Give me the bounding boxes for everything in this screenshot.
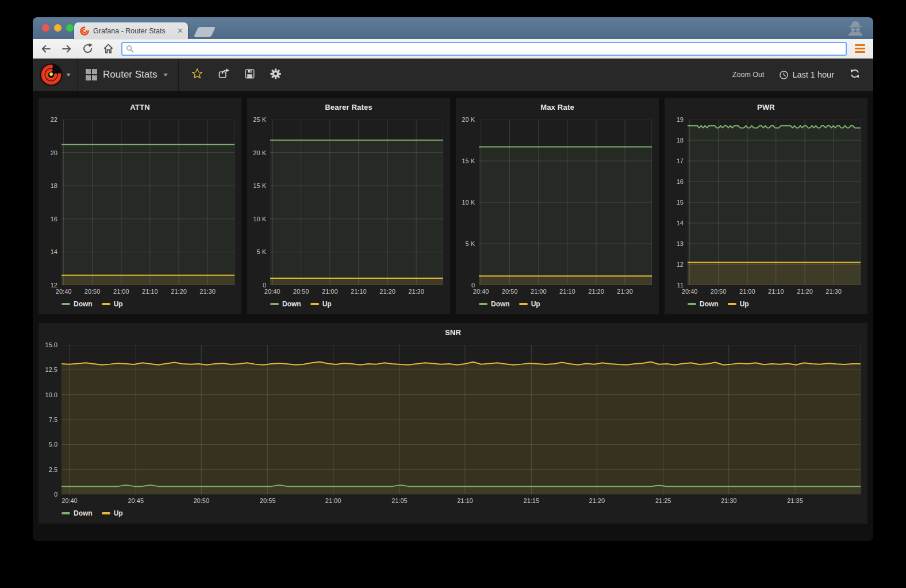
legend-label: Up xyxy=(114,509,123,517)
x-axis: 20:4020:5021:0021:1021:2021:30 xyxy=(270,285,443,297)
x-tick-label: 20:45 xyxy=(128,497,144,504)
x-tick-label: 21:20 xyxy=(379,288,396,295)
settings-button[interactable] xyxy=(269,67,282,83)
chevron-down-icon xyxy=(163,74,168,76)
x-tick-label: 20:55 xyxy=(260,497,276,504)
y-tick-label: 16 xyxy=(51,216,62,222)
plot-area[interactable] xyxy=(688,120,861,285)
y-tick-label: 25 K xyxy=(253,116,270,123)
panel-row-top: ATTN22201816141220:4020:5021:0021:1021:2… xyxy=(39,98,867,314)
plot-area[interactable] xyxy=(62,345,861,494)
grafana-logo-menu[interactable] xyxy=(33,59,78,91)
legend-label: Up xyxy=(531,300,540,308)
legend-item-up[interactable]: Up xyxy=(728,300,749,308)
x-tick-label: 21:10 xyxy=(351,288,367,295)
chart-area: 25 K20 K15 K10 K5 K020:4020:5021:0021:10… xyxy=(270,120,443,285)
panel-title[interactable]: SNR xyxy=(39,323,867,337)
plot-area[interactable] xyxy=(479,120,652,285)
x-tick-label: 20:50 xyxy=(193,497,209,504)
x-tick-label: 21:30 xyxy=(408,288,424,295)
x-tick-label: 21:20 xyxy=(589,497,605,504)
x-tick-label: 20:40 xyxy=(682,288,698,295)
dashboard-picker[interactable]: Router Stats xyxy=(78,59,179,91)
panel-snr: SNR15.012.510.07.55.02.5020:4020:4520:50… xyxy=(39,323,867,524)
address-bar[interactable] xyxy=(121,42,847,56)
plot-area[interactable] xyxy=(62,120,235,285)
panel-bearer-rates: Bearer Rates25 K20 K15 K10 K5 K020:4020:… xyxy=(247,98,450,314)
panel-row-bottom: SNR15.012.510.07.55.02.5020:4020:4520:50… xyxy=(39,323,867,524)
save-button[interactable] xyxy=(243,67,256,83)
legend-item-up[interactable]: Up xyxy=(102,509,123,517)
zoom-out-button[interactable]: Zoom Out xyxy=(732,71,765,79)
star-button[interactable] xyxy=(190,67,204,83)
panel-title[interactable]: ATTN xyxy=(39,98,241,112)
panel-title[interactable]: Max Rate xyxy=(456,98,659,112)
refresh-button[interactable] xyxy=(849,68,861,82)
tab-title: Grafana - Router Stats xyxy=(93,27,173,35)
y-tick-label: 22 xyxy=(51,116,62,123)
legend-item-down[interactable]: Down xyxy=(270,300,301,308)
menu-icon[interactable] xyxy=(853,42,867,55)
forward-button[interactable] xyxy=(59,41,74,56)
address-bar-input[interactable] xyxy=(137,44,842,53)
legend-color-swatch xyxy=(479,303,487,305)
legend-item-up[interactable]: Up xyxy=(519,300,540,308)
legend-item-down[interactable]: Down xyxy=(688,300,719,308)
new-tab-button[interactable] xyxy=(194,27,216,37)
panel-title[interactable]: Bearer Rates xyxy=(247,98,450,112)
x-tick-label: 21:10 xyxy=(559,288,575,295)
dashboard-title: Router Stats xyxy=(103,69,158,80)
panel-title[interactable]: PWR xyxy=(665,98,867,112)
x-axis: 20:4020:5021:0021:1021:2021:30 xyxy=(688,285,861,297)
x-tick-label: 20:50 xyxy=(711,288,727,295)
x-tick-label: 21:25 xyxy=(655,497,671,504)
minimize-window-button[interactable] xyxy=(54,24,62,32)
y-tick-label: 20 xyxy=(51,149,62,156)
panel-attn: ATTN22201816141220:4020:5021:0021:1021:2… xyxy=(39,98,241,314)
x-tick-label: 20:40 xyxy=(264,288,281,295)
y-tick-label: 18 xyxy=(677,137,688,144)
time-range-picker[interactable]: Last 1 hour xyxy=(779,70,834,80)
share-button[interactable] xyxy=(217,67,231,83)
grafana-logo xyxy=(40,63,63,86)
x-tick-label: 21:10 xyxy=(142,288,158,295)
reload-button[interactable] xyxy=(80,41,95,56)
legend-label: Up xyxy=(740,300,749,308)
x-tick-label: 21:30 xyxy=(199,288,216,295)
x-tick-label: 21:35 xyxy=(787,497,803,504)
x-tick-label: 21:10 xyxy=(457,497,473,504)
legend-item-up[interactable]: Up xyxy=(310,300,332,308)
y-tick-label: 5.0 xyxy=(49,441,62,448)
y-tick-label: 10 K xyxy=(253,216,270,222)
close-window-button[interactable] xyxy=(42,24,49,32)
x-tick-label: 21:20 xyxy=(171,288,187,295)
browser-tab[interactable]: Grafana - Router Stats ✕ xyxy=(74,22,188,39)
chart-area: 22201816141220:4020:5021:0021:1021:2021:… xyxy=(62,120,235,285)
legend: DownUp xyxy=(62,509,123,517)
zoom-window-button[interactable] xyxy=(66,24,74,32)
chevron-down-icon xyxy=(66,74,71,76)
plot-area[interactable] xyxy=(270,120,443,285)
x-tick-label: 21:05 xyxy=(391,497,408,504)
y-tick-label: 17 xyxy=(677,157,688,164)
y-tick-label: 16 xyxy=(677,178,688,185)
back-button[interactable] xyxy=(39,41,53,56)
dashboard-grid-icon xyxy=(86,69,97,80)
home-button[interactable] xyxy=(101,41,116,56)
legend-item-down[interactable]: Down xyxy=(62,300,93,308)
tab-close-icon[interactable]: ✕ xyxy=(177,27,183,34)
time-range-label: Last 1 hour xyxy=(792,70,834,79)
legend-item-down[interactable]: Down xyxy=(479,300,510,308)
x-tick-label: 21:00 xyxy=(739,288,755,295)
y-tick-label: 5 K xyxy=(256,248,270,255)
legend-item-up[interactable]: Up xyxy=(102,300,123,308)
y-tick-label: 7.5 xyxy=(49,416,62,423)
browser-toolbar xyxy=(33,39,873,59)
legend: DownUp xyxy=(688,300,749,308)
legend-label: Up xyxy=(114,300,123,308)
y-tick-label: 2.5 xyxy=(49,466,62,473)
x-tick-label: 21:30 xyxy=(617,288,633,295)
y-tick-label: 20 K xyxy=(253,149,270,156)
legend-item-down[interactable]: Down xyxy=(62,509,93,517)
x-tick-label: 21:30 xyxy=(721,497,737,504)
